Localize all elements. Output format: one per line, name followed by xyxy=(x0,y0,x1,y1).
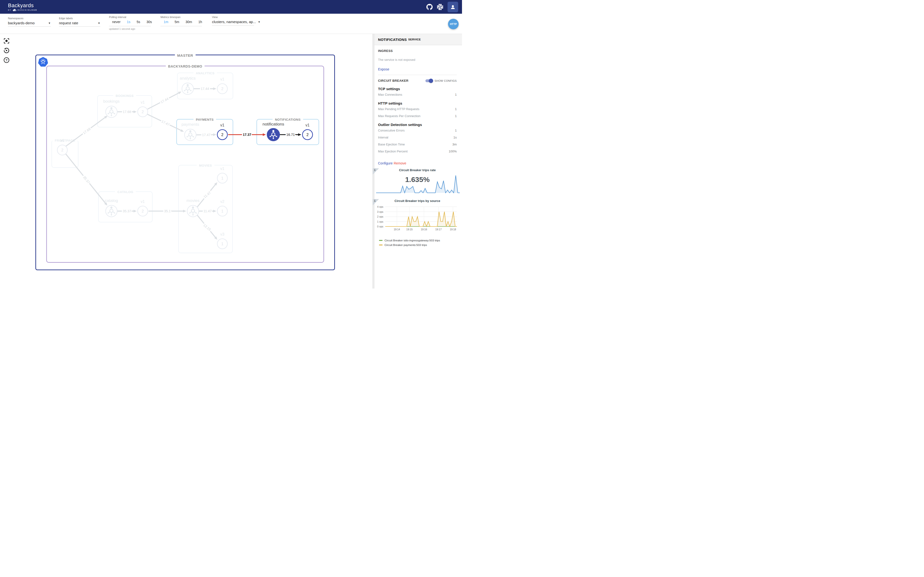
metrics-option-1h[interactable]: 1h xyxy=(195,19,205,24)
node-catalog-title: catalog xyxy=(105,198,118,203)
github-icon[interactable] xyxy=(426,4,433,10)
node-bookings-v1[interactable]: 2 xyxy=(137,107,148,117)
node-bookings-title: bookings xyxy=(103,99,120,104)
legend-item[interactable]: Circuit Breaker payments:503 trips xyxy=(379,243,440,247)
legend-item[interactable]: Circuit Breaker istio-ingressgateway:503… xyxy=(379,239,440,242)
metrics-option-5m[interactable]: 5m xyxy=(171,19,182,24)
setting-row: Max Requests Per Connection1 xyxy=(378,114,457,118)
configure-link[interactable]: Configure xyxy=(378,161,393,165)
updated-status: updated 1 second ago xyxy=(109,27,151,30)
svg-text:0 ops: 0 ops xyxy=(377,225,383,228)
svg-text:?: ? xyxy=(5,58,8,62)
node-movies-v1[interactable]: 1 xyxy=(217,173,228,183)
chart-trips-rate: i Circuit Breaker trips rate 1.635% xyxy=(373,168,462,196)
edge-notifications-v1-label: 16.71 xyxy=(286,133,295,137)
trips-rate-value: 1.635% xyxy=(373,176,462,184)
svg-text:2: 2 xyxy=(221,87,223,91)
node-payments-title: payments xyxy=(181,122,199,127)
panel-title-suffix: SERVICE xyxy=(408,38,421,41)
polling-option-5s[interactable]: 5s xyxy=(134,19,144,24)
reset-view-icon[interactable] xyxy=(3,47,10,53)
svg-text:2: 2 xyxy=(221,133,223,137)
show-configs-toggle[interactable] xyxy=(425,79,433,82)
circuit-breaker-heading: CIRCUIT BREAKER xyxy=(378,79,409,82)
view-value: clusters, namespaces, ap... xyxy=(212,20,256,24)
svg-text:19:17: 19:17 xyxy=(435,228,441,231)
app-title: Backyards xyxy=(8,3,37,8)
node-movies-v2[interactable]: 1 xyxy=(217,206,228,216)
node-payments[interactable] xyxy=(184,129,196,141)
metrics-timespan-label: Metrics timespan xyxy=(160,16,202,19)
kubernetes-icon xyxy=(38,56,48,68)
remove-link[interactable]: Remove xyxy=(394,161,406,165)
svg-text:4 ops: 4 ops xyxy=(377,205,383,208)
edge-labels-value: request rate xyxy=(59,21,78,25)
center-graph-icon[interactable] xyxy=(3,38,10,44)
node-frontpage-v1[interactable]: 2 xyxy=(57,145,67,155)
metrics-timespan-control: Metrics timespan 1m5m30m1h xyxy=(160,16,202,26)
metrics-option-30m[interactable]: 30m xyxy=(183,19,195,24)
app-subtitle: BY BANZAICLOUD xyxy=(8,9,37,11)
node-movies[interactable] xyxy=(187,205,199,217)
slack-icon[interactable] xyxy=(437,4,443,10)
protocol-badge-http[interactable]: HTTP xyxy=(448,19,459,29)
node-notifications-v1-title: v1 xyxy=(305,123,310,127)
view-label: View xyxy=(212,16,254,19)
polling-option-30s[interactable]: 30s xyxy=(144,19,155,24)
view-select[interactable]: View clusters, namespaces, ap... ▼ xyxy=(212,16,254,26)
namespaces-select[interactable]: Namespaces backyards-demo ▼ xyxy=(8,17,51,27)
edge-labels-select[interactable]: Edge labels request rate ▼ xyxy=(59,17,100,27)
node-payments-v1-title: v1 xyxy=(220,123,225,127)
node-notifications-title: notifications xyxy=(263,122,284,126)
node-movies-v3[interactable]: 1 xyxy=(217,239,228,249)
logo-by: BY xyxy=(8,9,11,11)
edge-analytics-v1-label: 17.44 xyxy=(201,87,209,91)
setting-label: Max Connections xyxy=(378,92,424,97)
help-icon[interactable]: ? xyxy=(3,57,10,63)
svg-text:1 ops: 1 ops xyxy=(377,220,383,223)
cloud-icon xyxy=(13,9,16,11)
polling-option-1s[interactable]: 1s xyxy=(124,19,134,24)
setting-value: 3m xyxy=(452,142,457,147)
brand-name: BANZAICLOUD xyxy=(18,9,37,11)
node-catalog-v1[interactable]: 2 xyxy=(137,206,148,216)
setting-value: 1 xyxy=(455,92,457,97)
svg-text:2: 2 xyxy=(61,148,63,152)
node-payments-v1[interactable]: 2 xyxy=(217,130,228,140)
setting-row: Interval1s xyxy=(378,135,457,140)
polling-interval-control: Polling interval never1s5s30s updated 1 … xyxy=(109,16,151,30)
user-icon xyxy=(450,4,456,10)
expose-link[interactable]: Expose xyxy=(378,67,389,71)
edge-payments-v1-label: 17.47 xyxy=(202,133,210,137)
user-menu-button[interactable] xyxy=(447,2,458,12)
setting-value: 1 xyxy=(455,107,457,111)
polling-option-never[interactable]: never xyxy=(109,19,124,24)
chart-trips-by-source-title: Circuit Breaker trips by source xyxy=(373,199,462,203)
edge-bookings-v1-label: 17.68 xyxy=(123,110,131,114)
svg-text:2: 2 xyxy=(142,110,144,114)
svg-text:1: 1 xyxy=(221,242,223,246)
svg-text:19:16: 19:16 xyxy=(421,228,427,231)
edge-bookings-payments-label: 17.47 xyxy=(161,119,170,127)
legend-swatch xyxy=(379,245,383,245)
divider xyxy=(378,75,457,75)
ingress-heading: INGRESS xyxy=(378,49,457,53)
node-notifications[interactable] xyxy=(267,128,279,141)
node-catalog[interactable] xyxy=(106,205,117,217)
settings-section-heading: TCP settings xyxy=(378,87,457,91)
node-bookings[interactable] xyxy=(106,106,117,118)
setting-value: 1 xyxy=(455,114,457,118)
node-movies-v3-title: v3 xyxy=(220,232,225,236)
namespaces-value: backyards-demo xyxy=(8,21,35,25)
toggle-knob xyxy=(429,79,433,83)
app-logo[interactable]: Backyards BY BANZAICLOUD xyxy=(8,3,37,11)
topology-graph[interactable]: MASTERBACKYARDS-DEMOANALYTICSBOOKINGSPAY… xyxy=(0,34,373,288)
legend-label: Circuit Breaker payments:503 trips xyxy=(384,243,427,247)
node-analytics-v1[interactable]: 2 xyxy=(217,84,228,94)
node-analytics[interactable] xyxy=(182,83,194,95)
edge-movies-v2-label: 11.47 xyxy=(204,209,212,213)
legend-label: Circuit Breaker istio-ingressgateway:503… xyxy=(384,239,440,242)
node-notifications-v1[interactable]: 2 xyxy=(302,130,313,140)
metrics-option-1m[interactable]: 1m xyxy=(160,19,171,24)
ingress-status: The service is not exposed xyxy=(378,58,457,61)
